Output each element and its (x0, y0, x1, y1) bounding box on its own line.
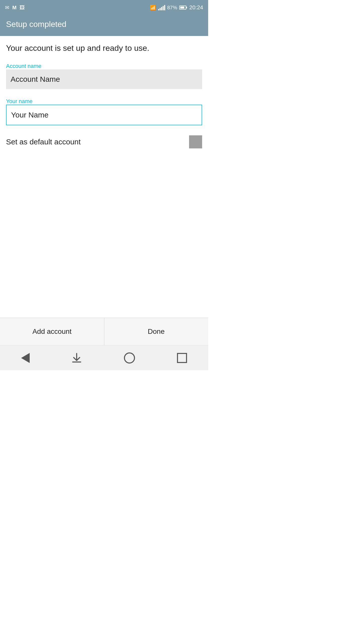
download-button[interactable] (72, 353, 82, 363)
status-bar-left: ✉ M 🖼 (5, 5, 25, 11)
recent-button[interactable] (177, 353, 187, 363)
done-button[interactable]: Done (104, 318, 208, 345)
back-button[interactable] (21, 353, 30, 363)
main-content: Your account is set up and ready to use.… (0, 36, 208, 166)
default-account-checkbox[interactable] (189, 135, 202, 148)
page-title: Setup completed (6, 20, 202, 29)
home-icon (124, 352, 135, 364)
battery-icon (179, 6, 186, 10)
status-bar: ✉ M 🖼 📶 87% 20:24 (0, 0, 208, 15)
home-button[interactable] (124, 352, 135, 364)
battery-percentage: 87% (167, 5, 177, 11)
account-name-label: Account name (6, 63, 41, 69)
image-icon: 🖼 (20, 5, 25, 11)
account-name-input[interactable] (6, 69, 202, 89)
header: Setup completed (0, 15, 208, 36)
default-account-label: Set as default account (6, 138, 81, 146)
ready-text: Your account is set up and ready to use. (6, 44, 202, 53)
mail-icon: ✉ (5, 5, 9, 11)
nav-bar (0, 345, 208, 370)
status-bar-right: 📶 87% 20:24 (150, 4, 203, 11)
back-icon (21, 353, 30, 363)
your-name-label: Your name (6, 98, 33, 104)
signal-icon (158, 5, 165, 10)
gmail-icon: M (12, 5, 17, 11)
recent-icon (177, 353, 187, 363)
download-icon (72, 353, 82, 363)
your-name-input[interactable] (6, 105, 202, 125)
status-time: 20:24 (189, 4, 203, 11)
add-account-button[interactable]: Add account (0, 318, 104, 345)
default-account-row: Set as default account (6, 135, 202, 148)
wifi-icon: 📶 (150, 5, 156, 11)
bottom-buttons: Add account Done (0, 318, 208, 345)
